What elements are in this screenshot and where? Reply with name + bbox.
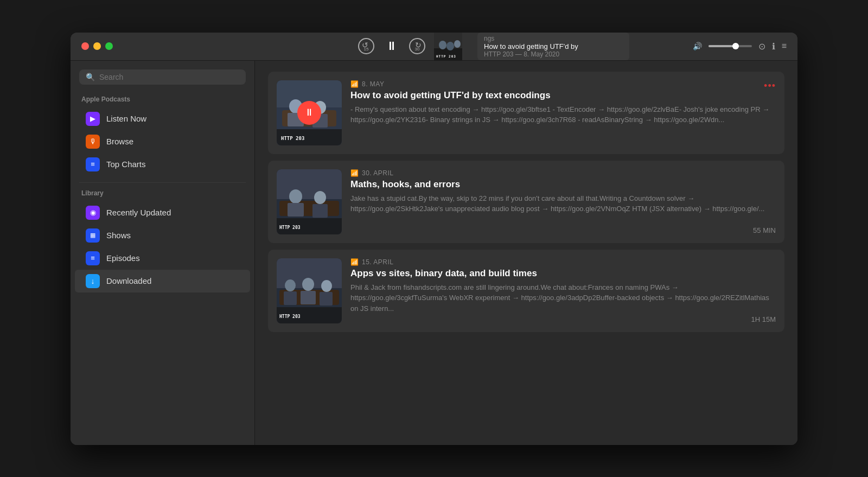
episode-desc-2: Jake has a stupid cat.By the way, skip t… [350, 193, 776, 214]
recently-updated-icon: ◉ [86, 206, 100, 220]
sidebar-item-downloaded-label: Downloaded [106, 276, 151, 285]
svg-point-2 [439, 41, 446, 49]
episode-duration-3: 1H 15M [751, 315, 776, 323]
episode-info-1: 📶 8. MAY How to avoid getting UTF'd by t… [350, 80, 776, 125]
svg-text:НТТР 203: НТТР 203 [279, 314, 301, 319]
signal-icon-3: 📶 [350, 258, 359, 266]
episode-date-1: 8. MAY [362, 80, 384, 88]
maximize-button[interactable] [105, 42, 113, 50]
episode-date-3: 15. APRIL [362, 258, 394, 266]
app-window: 15 ↺ ⏸ 30 ↻ [71, 33, 797, 445]
svg-rect-30 [301, 291, 316, 304]
volume-icon: 🔊 [693, 42, 702, 50]
sidebar: 🔍 Apple Podcasts ▶ Listen Now 🎙 Browse [71, 61, 255, 445]
now-playing-title: How to avoid getting UTF'd by [484, 42, 623, 50]
search-icon: 🔍 [86, 73, 95, 81]
close-button[interactable] [81, 42, 89, 50]
signal-icon-1: 📶 [350, 80, 359, 88]
episode-info-2: 📶 30. APRIL Maths, hooks, and errors Jak… [350, 169, 776, 214]
sidebar-item-shows[interactable]: ▦ Shows [75, 224, 250, 247]
sidebar-item-browse[interactable]: 🎙 Browse [75, 130, 250, 153]
episode-meta-3: 📶 15. APRIL [350, 258, 776, 266]
sidebar-divider [79, 182, 246, 183]
sidebar-item-listen-now-label: Listen Now [106, 114, 146, 123]
content-area: HTTP 203 ⏸ 📶 8. MAY How to avoid getting… [255, 61, 797, 445]
library-label: Library [71, 189, 254, 201]
queue-icon[interactable]: ≡ [782, 41, 787, 51]
svg-point-3 [446, 42, 454, 50]
svg-point-18 [289, 189, 302, 203]
svg-rect-32 [320, 292, 333, 306]
minimize-button[interactable] [93, 42, 101, 50]
search-input[interactable] [99, 73, 239, 81]
sidebar-item-top-charts[interactable]: ≡ Top Charts [75, 153, 250, 176]
main-content: 🔍 Apple Podcasts ▶ Listen Now 🎙 Browse [71, 61, 797, 445]
traffic-lights [71, 42, 298, 50]
svg-text:HTTP 203: HTTP 203 [436, 54, 456, 58]
now-playing-thumbnail: HTTP 203 [434, 33, 462, 61]
forward-button[interactable]: 30 ↻ [409, 38, 425, 54]
svg-point-31 [321, 280, 332, 292]
titlebar: 15 ↺ ⏸ 30 ↻ [71, 33, 797, 61]
svg-point-27 [285, 279, 296, 291]
svg-text:HTTP 203: HTTP 203 [281, 136, 304, 141]
episode-meta-1: 📶 8. MAY [350, 80, 776, 88]
sidebar-item-shows-label: Shows [106, 231, 131, 240]
top-charts-icon: ≡ [86, 157, 100, 171]
svg-rect-21 [312, 204, 328, 218]
episode-thumbnail-1: HTTP 203 ⏸ [277, 80, 342, 145]
search-box[interactable]: 🔍 [79, 69, 246, 85]
now-playing-subtitle: HTTP 203 — 8. May 2020 [484, 50, 623, 58]
sidebar-item-browse-label: Browse [106, 137, 133, 146]
airplay-icon[interactable]: ⊙ [758, 41, 765, 52]
svg-rect-28 [284, 291, 297, 305]
sidebar-item-episodes-label: Episodes [106, 253, 140, 263]
episode-thumbnail-3: НТТР 203 [277, 258, 342, 323]
svg-point-4 [454, 40, 461, 48]
episode-card-1[interactable]: HTTP 203 ⏸ 📶 8. MAY How to avoid getting… [268, 72, 784, 154]
episode-date-2: 30. APRIL [362, 169, 394, 177]
now-playing-show: ngs [484, 35, 494, 42]
signal-icon-2: 📶 [350, 169, 359, 177]
episodes-icon: ≡ [86, 251, 100, 265]
pause-icon: ⏸ [304, 107, 314, 118]
now-playing-info: ngs How to avoid getting UTF'd by HTTP 2… [477, 33, 629, 60]
play-pause-button[interactable]: ⏸ [383, 37, 400, 55]
episode-info-3: 📶 15. APRIL Apps vs sites, binary data, … [350, 258, 776, 314]
downloaded-icon: ↓ [86, 274, 100, 288]
episode-title-3: Apps vs sites, binary data, and build ti… [350, 268, 776, 279]
sidebar-item-top-charts-label: Top Charts [106, 160, 146, 169]
episode-card-3[interactable]: НТТР 203 📶 15. APRIL Apps vs sites, bina… [268, 250, 784, 332]
episode-title-1: How to avoid getting UTF'd by text encod… [350, 90, 776, 101]
svg-rect-19 [288, 203, 304, 217]
svg-point-29 [302, 278, 314, 291]
episode-title-2: Maths, hooks, and errors [350, 179, 776, 190]
listen-now-icon: ▶ [86, 112, 100, 126]
sidebar-item-listen-now[interactable]: ▶ Listen Now [75, 107, 250, 130]
sidebar-item-recently-updated[interactable]: ◉ Recently Updated [75, 201, 250, 224]
volume-thumb [732, 43, 739, 49]
more-button-1[interactable]: ••• [764, 80, 776, 92]
titlebar-center: 15 ↺ ⏸ 30 ↻ [298, 33, 689, 61]
episode-meta-2: 📶 30. APRIL [350, 169, 776, 177]
episode-duration-2: 55 MIN [753, 226, 776, 234]
shows-icon: ▦ [86, 228, 100, 243]
svg-text:НТТР 203: НТТР 203 [279, 225, 301, 230]
pause-overlay: ⏸ [297, 101, 321, 125]
apple-podcasts-label: Apple Podcasts [71, 96, 254, 107]
episode-desc-3: Phil & Jack from fishandscripts.com are … [350, 282, 776, 314]
now-playing-artwork: HTTP 203 [434, 33, 462, 61]
svg-point-20 [314, 191, 326, 204]
info-icon[interactable]: ℹ [772, 41, 775, 52]
episode-thumbnail-2: НТТР 203 [277, 169, 342, 234]
sidebar-item-episodes[interactable]: ≡ Episodes [75, 247, 250, 270]
sidebar-item-recently-updated-label: Recently Updated [106, 208, 171, 217]
titlebar-right: 🔊 ⊙ ℹ ≡ [689, 41, 797, 52]
rewind-button[interactable]: 15 ↺ [358, 38, 374, 54]
episode-desc-1: - Remy's question about text encoding → … [350, 104, 776, 125]
browse-icon: 🎙 [86, 135, 100, 149]
volume-slider[interactable] [709, 45, 752, 47]
sidebar-item-downloaded[interactable]: ↓ Downloaded [75, 270, 250, 292]
episode-card-2[interactable]: НТТР 203 📶 30. APRIL Maths, hooks, and e… [268, 161, 784, 243]
